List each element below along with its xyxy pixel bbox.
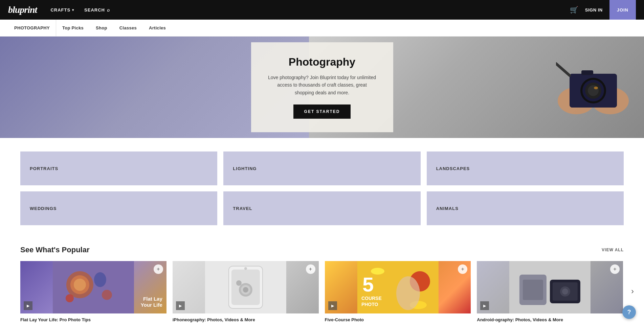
- course-title-4: Android-ography: Photos, Videos & More: [477, 317, 623, 323]
- play-button-3[interactable]: ▶: [328, 301, 337, 310]
- svg-rect-37: [523, 280, 543, 300]
- search-label: SEARCH: [84, 7, 105, 13]
- play-button-1[interactable]: ▶: [24, 301, 32, 310]
- cart-icon[interactable]: 🛒: [570, 6, 578, 14]
- course-title-2: iPhoneography: Photos, Videos & More: [173, 317, 319, 323]
- category-card-portraits[interactable]: PORTRAITS: [20, 151, 217, 185]
- sub-navigation: PHOTOGRAPHY Top Picks Shop Classes Artic…: [0, 20, 644, 37]
- category-card-animals[interactable]: ANIMALS: [427, 191, 624, 225]
- crafts-menu[interactable]: CRAFTS ▾: [50, 7, 74, 13]
- popular-title: See What's Popular: [20, 246, 90, 254]
- view-all-button[interactable]: VIEW ALL: [602, 248, 624, 252]
- top-nav-right: 🛒 SIGN IN JOIN: [570, 0, 636, 20]
- five-course-thumbnail: 5 COURSE PHOTO: [325, 261, 471, 313]
- hero-description: Love photography? Join Bluprint today fo…: [268, 74, 376, 96]
- course-card-iphoneography[interactable]: + ▶ iPhoneography: Photos, Videos & More: [173, 261, 319, 323]
- svg-line-10: [556, 64, 570, 75]
- flat-lay-overlay: Flat Lay Your Life: [141, 296, 162, 308]
- chevron-down-icon: ▾: [72, 8, 74, 12]
- svg-point-31: [396, 276, 420, 310]
- subnav-item-shop[interactable]: Shop: [90, 20, 113, 37]
- join-button[interactable]: JOIN: [609, 0, 636, 20]
- svg-point-24: [243, 287, 248, 293]
- hero-cta-button[interactable]: GET STARTED: [293, 104, 351, 119]
- svg-point-25: [236, 280, 242, 286]
- subnav-item-classes[interactable]: Classes: [113, 20, 143, 37]
- search-button[interactable]: SEARCH ⌕: [84, 7, 110, 13]
- subnav-item-photography[interactable]: PHOTOGRAPHY: [8, 20, 56, 37]
- svg-point-8: [594, 87, 598, 89]
- camera-illustration: [556, 57, 630, 118]
- course-card-flat-lay[interactable]: + ▶ Flat Lay Your Life Flat Lay Your Lif…: [20, 261, 166, 323]
- course-thumb-3: 5 COURSE PHOTO + ▶: [325, 261, 471, 313]
- svg-rect-18: [53, 261, 134, 313]
- iphone-thumbnail: [173, 261, 319, 313]
- course-title-3: Five-Course Photo: [325, 317, 471, 323]
- svg-point-26: [244, 267, 247, 270]
- play-button-4[interactable]: ▶: [480, 301, 489, 310]
- add-to-list-button-2[interactable]: +: [306, 264, 315, 274]
- svg-point-41: [562, 288, 568, 295]
- course-thumb-1: + ▶ Flat Lay Your Life: [20, 261, 166, 313]
- category-section: PORTRAITS LIGHTING LANDSCAPES WEDDINGS T…: [0, 138, 644, 239]
- category-card-travel[interactable]: TRAVEL: [223, 191, 420, 225]
- hero-card: Photography Love photography? Join Blupr…: [251, 42, 393, 132]
- hero-section: Photography Love photography? Join Blupr…: [0, 37, 644, 138]
- top-navigation: bluprint CRAFTS ▾ SEARCH ⌕ 🛒 SIGN IN JOI…: [0, 0, 644, 20]
- course-thumb-4: + ▶: [477, 261, 623, 313]
- category-card-weddings[interactable]: WEDDINGS: [20, 191, 217, 225]
- svg-text:PHOTO: PHOTO: [361, 302, 378, 307]
- svg-text:COURSE: COURSE: [361, 296, 381, 301]
- subnav-item-top-picks[interactable]: Top Picks: [56, 20, 90, 37]
- hero-title: Photography: [268, 56, 376, 68]
- category-card-lighting[interactable]: LIGHTING: [223, 151, 420, 185]
- course-thumb-2: + ▶: [173, 261, 319, 313]
- category-grid: PORTRAITS LIGHTING LANDSCAPES WEDDINGS T…: [20, 151, 624, 225]
- carousel-next-arrow[interactable]: ›: [631, 286, 634, 296]
- help-button[interactable]: ?: [622, 305, 636, 319]
- subnav-item-articles[interactable]: Articles: [143, 20, 172, 37]
- course-card-five-course[interactable]: 5 COURSE PHOTO + ▶ Five-Course Photo: [325, 261, 471, 323]
- crafts-label: CRAFTS: [50, 7, 70, 13]
- sign-in-button[interactable]: SIGN IN: [585, 7, 603, 13]
- question-mark-icon: ?: [627, 309, 631, 316]
- popular-header: See What's Popular VIEW ALL: [20, 246, 624, 254]
- site-logo[interactable]: bluprint: [8, 4, 37, 15]
- svg-rect-9: [581, 70, 593, 75]
- svg-text:5: 5: [362, 273, 373, 296]
- search-icon: ⌕: [107, 7, 110, 13]
- play-button-2[interactable]: ▶: [176, 301, 185, 310]
- popular-section: See What's Popular VIEW ALL: [0, 239, 644, 327]
- popular-carousel: + ▶ Flat Lay Your Life Flat Lay Your Lif…: [20, 261, 624, 323]
- add-to-list-button-4[interactable]: +: [610, 264, 620, 274]
- add-to-list-button-1[interactable]: +: [154, 264, 163, 274]
- course-title-1: Flat Lay Your Life: Pro Photo Tips: [20, 317, 166, 323]
- category-card-landscapes[interactable]: LANDSCAPES: [427, 151, 624, 185]
- course-card-androidography[interactable]: + ▶ Android-ography: Photos, Videos & Mo…: [477, 261, 623, 323]
- android-thumbnail: [477, 261, 623, 313]
